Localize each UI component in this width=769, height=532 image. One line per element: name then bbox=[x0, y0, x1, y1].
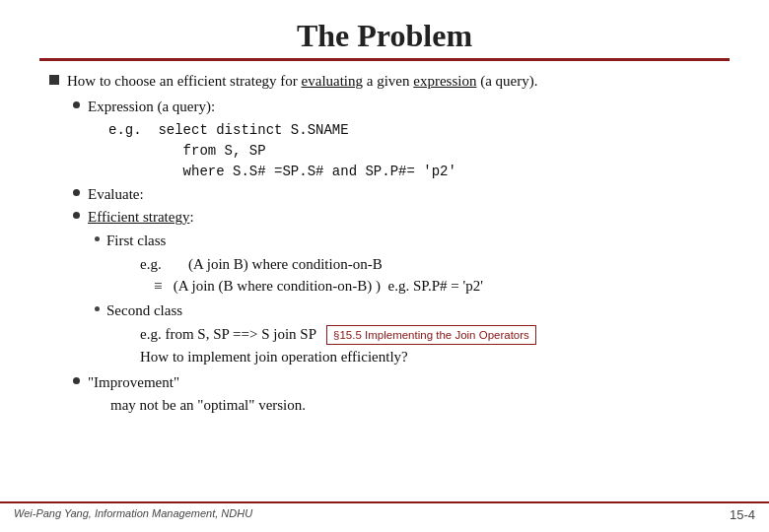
evaluate-item: Evaluate: bbox=[73, 184, 730, 206]
improvement-item: "Improvement" bbox=[73, 372, 730, 394]
dot-icon-3 bbox=[73, 212, 80, 219]
second-class-eg-text: e.g. from S, SP ==> S join SP bbox=[140, 324, 316, 346]
slide-content: How to choose an efficient strategy for … bbox=[39, 71, 730, 417]
dot-icon-4 bbox=[73, 377, 80, 384]
sub-list: Expression (a query): e.g. select distin… bbox=[73, 97, 730, 417]
efficient-strategy-label: Efficient strategy: bbox=[88, 207, 194, 229]
footer-left: Wei-Pang Yang, Information Management, N… bbox=[14, 507, 252, 522]
first-class-item: First class bbox=[95, 231, 730, 252]
equiv-row: ≡ (A join (B where condition-on-B) ) e.g… bbox=[154, 276, 730, 298]
section-badge: §15.5 Implementing the Join Operators bbox=[326, 325, 536, 346]
dot-sm-icon-2 bbox=[95, 306, 100, 311]
footer: Wei-Pang Yang, Information Management, N… bbox=[0, 501, 769, 522]
expression-underline: expression bbox=[413, 73, 476, 89]
first-class-label: First class bbox=[106, 231, 166, 252]
top-red-line bbox=[39, 58, 730, 61]
strategy-sub-list: First class e.g. (A join B) where condit… bbox=[95, 231, 730, 368]
slide: The Problem How to choose an efficient s… bbox=[0, 0, 769, 532]
eg-label-1: e.g. bbox=[140, 254, 174, 276]
improvement-label: "Improvement" bbox=[88, 372, 179, 394]
expression-label: Expression (a query): bbox=[88, 97, 215, 118]
dot-icon-1 bbox=[73, 101, 80, 108]
main-bullet-text: How to choose an efficient strategy for … bbox=[67, 71, 538, 93]
expression-item: Expression (a query): bbox=[73, 97, 730, 118]
title-area: The Problem bbox=[39, 0, 730, 58]
second-class-row: e.g. from S, SP ==> S join SP §15.5 Impl… bbox=[140, 324, 730, 346]
dot-sm-icon-1 bbox=[95, 236, 100, 241]
slide-title: The Problem bbox=[39, 18, 730, 54]
first-class-eg-text: (A join B) where condition-on-B bbox=[174, 254, 383, 276]
improvement-extra: may not be an "optimal" version. bbox=[110, 395, 730, 417]
how-to-implement-text: How to implement join operation efficien… bbox=[140, 347, 730, 368]
evaluate-label: Evaluate: bbox=[88, 184, 144, 206]
first-class-eg: e.g. (A join B) where condition-on-B bbox=[140, 254, 730, 276]
main-bullet: How to choose an efficient strategy for … bbox=[49, 71, 730, 93]
code-block-1: e.g. select distinct S.SNAME from S, SP … bbox=[108, 120, 730, 182]
efficient-strategy-item: Efficient strategy: bbox=[73, 207, 730, 229]
square-bullet-icon bbox=[49, 75, 59, 85]
second-class-item: Second class bbox=[95, 300, 730, 322]
dot-icon-2 bbox=[73, 189, 80, 196]
second-class-label: Second class bbox=[106, 300, 182, 322]
footer-right: 15-4 bbox=[730, 507, 755, 522]
evaluating-underline: evaluating bbox=[302, 73, 363, 89]
